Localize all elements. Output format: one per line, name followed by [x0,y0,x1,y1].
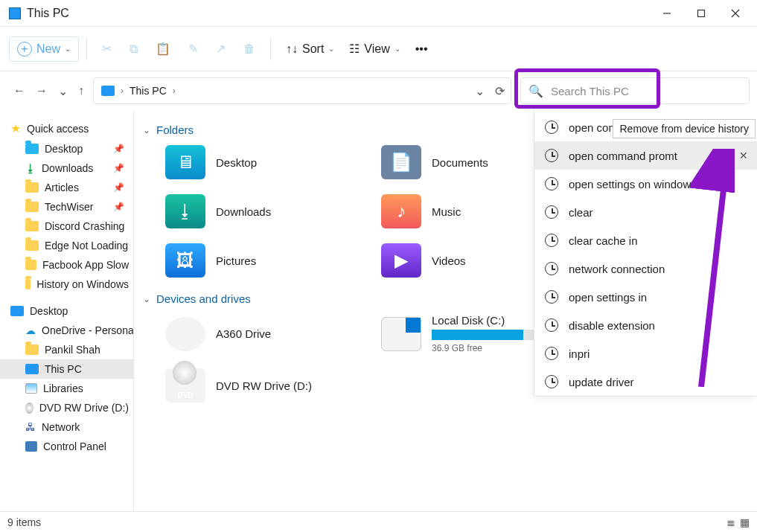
tree-item[interactable]: ⭳Downloads📌 [0,158,133,178]
close-button[interactable] [718,1,753,26]
tree-item[interactable]: Libraries [0,379,133,398]
view-tiles-button[interactable]: ▦ [740,516,750,528]
monitor-icon [25,364,39,374]
breadcrumb-root[interactable]: This PC [130,85,167,97]
tree-quick-access[interactable]: ★ Quick access [0,118,133,139]
refresh-button[interactable]: ⟳ [495,84,505,98]
tree-label: Downloads [42,162,93,174]
a360-icon [165,317,205,351]
forward-button[interactable]: → [36,84,48,97]
plus-icon: + [17,42,32,57]
copy-button[interactable]: ⧉ [122,38,145,60]
suggestion-item[interactable]: inpri [534,339,757,368]
app-icon [9,7,21,19]
tree-item[interactable]: Edge Not Loading [0,236,133,255]
tile-label: Videos [432,254,466,267]
tree-item[interactable]: 🖧Network [0,417,133,437]
history-icon [545,177,558,190]
maximize-button[interactable] [684,1,718,26]
more-button[interactable]: ••• [408,38,435,60]
up-button[interactable]: ↑ [78,84,84,97]
folder-icon [25,260,36,270]
search-box[interactable]: 🔍 [520,77,750,104]
nav-tree[interactable]: ★ Quick access Desktop📌 ⭳Downloads📌 Arti… [0,110,134,511]
new-button[interactable]: + New ⌄ [9,36,79,62]
suggestion-label: clear cache in [569,234,638,247]
sort-button[interactable]: ↑↓ Sort ⌄ [278,38,342,60]
titlebar: This PC [0,0,757,27]
address-dropdown[interactable]: ⌄ [475,84,485,98]
view-details-button[interactable]: ≣ [726,516,735,528]
folder-tile-desktop[interactable]: 🖥Desktop [165,145,351,179]
history-icon [545,234,558,247]
suggestion-item[interactable]: open settings on windows [534,170,757,198]
tree-item[interactable]: TechWiser📌 [0,197,133,217]
folder-icon [25,279,31,289]
disc-icon [25,403,33,414]
documents-icon: 📄 [381,145,421,179]
tile-label: DVD RW Drive (D:) [216,379,312,392]
tree-item[interactable]: DVD RW Drive (D:) [0,398,133,417]
suggestion-label: network connection [569,263,665,275]
suggestion-item[interactable]: clear [534,198,757,226]
tree-item-this-pc[interactable]: This PC [0,359,133,379]
tree-label: Discord Crashing [45,220,124,232]
tree-item[interactable]: ☁OneDrive - Personal [0,321,133,340]
tree-label: Pankil Shah [45,344,100,356]
tree-item[interactable]: Discord Crashing [0,217,133,236]
minimize-button[interactable] [650,1,684,26]
suggestion-item[interactable]: network connection [534,254,757,283]
tree-item[interactable]: History on Windows [0,275,133,294]
tile-label: Local Disk (C:) [432,314,543,327]
sort-label: Sort [302,42,324,56]
folder-icon [25,221,39,231]
drive-tile-a360[interactable]: A360 Drive [165,314,351,353]
suggestion-item[interactable]: open settings in [534,283,757,311]
suggestion-item[interactable]: update driver [534,368,757,396]
cut-button[interactable]: ✂ [95,37,119,60]
drive-tile-dvd[interactable]: DVDDVD RW Drive (D:) [165,368,351,403]
chevron-down-icon: ⌄ [143,294,150,304]
disk-free-label: 36.9 GB free [432,343,543,353]
share-button[interactable]: ↗ [208,37,233,60]
tree-item[interactable]: Desktop📌 [0,139,133,158]
search-input[interactable] [551,85,741,97]
address-bar[interactable]: › This PC › ⌄ ⟳ [93,77,511,104]
rename-button[interactable]: ✎ [181,37,205,60]
suggestion-item[interactable]: clear cache in [534,226,757,254]
recent-button[interactable]: ⌄ [58,84,68,98]
tree-item[interactable]: Control Panel [0,437,133,456]
view-label: View [364,42,389,56]
delete-button[interactable]: 🗑 [236,38,263,60]
view-button[interactable]: ☷ View ⌄ [342,37,407,60]
tree-label: Articles [45,182,79,193]
tile-label: Music [432,205,461,218]
back-button[interactable]: ← [13,84,25,97]
tree-desktop[interactable]: Desktop [0,301,133,321]
tree-label: This PC [45,363,82,375]
tooltip-remove-history: Remove from device history [613,119,756,138]
tree-item[interactable]: Facbook App Slow [0,255,133,275]
view-icon: ☷ [349,42,360,56]
folder-tile-downloads[interactable]: ⭳Downloads [165,194,351,228]
history-icon [545,149,558,162]
suggestion-label: open settings in [569,291,647,304]
tree-item[interactable]: Pankil Shah [0,340,133,359]
pictures-icon: 🖼 [165,243,205,278]
download-icon: ⭳ [25,162,36,174]
paste-button[interactable]: 📋 [148,37,178,60]
sort-icon: ↑↓ [286,42,298,56]
suggestion-label: clear [569,206,593,219]
address-row: ← → ⌄ ↑ › This PC › ⌄ ⟳ 🔍 [0,71,757,110]
search-icon: 🔍 [528,84,543,98]
pin-icon: 📌 [113,182,124,193]
chevron-right-icon: › [173,86,176,96]
tree-item[interactable]: Articles📌 [0,178,133,197]
remove-suggestion-button[interactable]: ✕ [739,150,748,161]
folder-tile-pictures[interactable]: 🖼Pictures [165,243,351,278]
tree-label: Libraries [43,382,83,394]
suggestion-item[interactable]: disable extension [534,311,757,339]
suggestion-item[interactable]: open command promt✕ [534,141,757,170]
pin-icon: 📌 [113,144,124,154]
dvd-icon: DVD [165,368,205,403]
